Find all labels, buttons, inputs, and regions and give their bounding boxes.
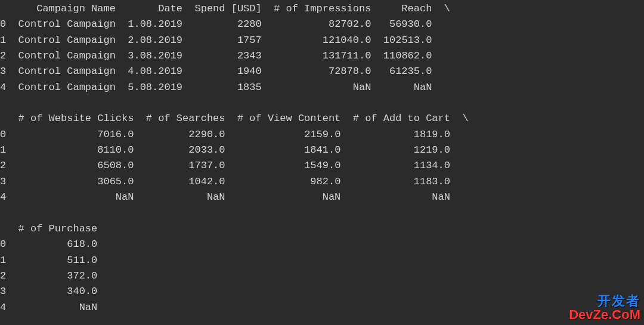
cell-idx: 4 (0, 191, 6, 203)
watermark-logo: 开发者 DevZe.CoM (569, 294, 640, 321)
cell-impressions: 121040.0 (323, 35, 371, 46)
col-impressions: # of Impressions (274, 3, 371, 14)
cell-viewcontent: 1549.0 (304, 160, 340, 171)
cell-addtocart: 1134.0 (414, 160, 450, 171)
cell-idx: 2 (0, 50, 6, 61)
col-add-to-cart: # of Add to Cart (353, 113, 450, 124)
cell-reach: 102513.0 (383, 35, 432, 46)
cell-addtocart: 1183.0 (414, 176, 450, 187)
cell-campaign: Control Campaign (18, 50, 116, 61)
cell-date: 3.08.2019 (128, 50, 182, 61)
col-continuation: \ (462, 113, 468, 124)
cell-campaign: Control Campaign (18, 35, 116, 46)
block1-row-0: 0 Control Campaign 1.08.2019 2280 82702.… (0, 18, 450, 30)
cell-impressions: NaN (353, 82, 371, 93)
cell-viewcontent: 982.0 (310, 176, 340, 187)
block3-header-row: # of Purchase (0, 223, 110, 234)
col-spend: Spend [USD] (194, 3, 261, 14)
cell-idx: 3 (0, 286, 6, 297)
watermark-bottom-span: DevZe.CoM (569, 307, 640, 322)
cell-addtocart: NaN (432, 191, 450, 203)
cell-viewcontent: NaN (323, 191, 341, 203)
col-view-content: # of View Content (237, 113, 340, 124)
cell-idx: 3 (0, 176, 6, 187)
block3-row-4: 4 NaN (0, 302, 110, 313)
cell-viewcontent: 2159.0 (304, 129, 340, 140)
cell-campaign: Control Campaign (18, 18, 116, 30)
cell-clicks: 8110.0 (97, 144, 134, 156)
cell-reach: NaN (414, 82, 432, 93)
block3-row-0: 0 618.0 (0, 239, 110, 250)
cell-spend: 2280 (237, 18, 262, 30)
watermark-bottom-text: DevZe.CoM (569, 308, 640, 321)
block1-row-3: 3 Control Campaign 4.08.2019 1940 72878.… (0, 66, 450, 77)
block2-row-4: 4 NaN NaN NaN NaN (0, 191, 469, 203)
cell-idx: 1 (0, 144, 6, 156)
col-purchase: # of Purchase (18, 223, 98, 234)
col-website-clicks: # of Website Clicks (18, 113, 134, 124)
cell-idx: 1 (0, 255, 6, 266)
block3-row-1: 1 511.0 (0, 255, 110, 266)
block2-header-row: # of Website Clicks # of Searches # of V… (0, 113, 469, 124)
cell-date: 5.08.2019 (128, 82, 182, 93)
block3-row-3: 3 340.0 (0, 286, 110, 297)
block3-row-2: 2 372.0 (0, 270, 110, 281)
cell-searches: 1737.0 (188, 160, 225, 171)
cell-searches: 2290.0 (188, 129, 225, 140)
cell-purchase: NaN (79, 302, 98, 313)
block1-header-row: Campaign Name Date Spend [USD] # of Impr… (0, 3, 450, 14)
block2-row-3: 3 3065.0 1042.0 982.0 1183.0 (0, 176, 469, 187)
col-continuation: \ (444, 3, 450, 14)
cell-campaign: Control Campaign (18, 66, 116, 77)
cell-clicks: 3065.0 (97, 176, 134, 187)
cell-purchase: 511.0 (67, 255, 97, 266)
cell-addtocart: 1819.0 (414, 129, 450, 140)
cell-clicks: 7016.0 (97, 129, 134, 140)
cell-impressions: 82702.0 (329, 18, 371, 30)
col-campaign-name: Campaign Name (36, 3, 116, 14)
col-reach: Reach (401, 3, 432, 14)
cell-searches: 2033.0 (188, 144, 225, 156)
cell-reach: 56930.0 (389, 18, 432, 30)
block1-row-4: 4 Control Campaign 5.08.2019 1835 NaN Na… (0, 82, 450, 93)
cell-idx: 0 (0, 18, 6, 30)
cell-purchase: 372.0 (67, 270, 97, 281)
cell-date: 1.08.2019 (128, 18, 182, 30)
cell-purchase: 618.0 (67, 239, 97, 250)
block1-row-1: 1 Control Campaign 2.08.2019 1757 121040… (0, 35, 450, 46)
block1-row-2: 2 Control Campaign 3.08.2019 2343 131711… (0, 50, 450, 61)
cell-spend: 1940 (237, 66, 262, 77)
col-idx (0, 3, 12, 14)
cell-searches: NaN (207, 191, 225, 203)
cell-reach: 110862.0 (383, 50, 432, 61)
cell-spend: 1757 (237, 35, 262, 46)
cell-idx: 0 (0, 239, 6, 250)
cell-viewcontent: 1841.0 (304, 144, 340, 156)
col-date: Date (158, 3, 182, 14)
cell-spend: 1835 (237, 82, 262, 93)
cell-impressions: 131711.0 (323, 50, 371, 61)
col-searches: # of Searches (146, 113, 225, 124)
cell-idx: 4 (0, 302, 6, 313)
cell-idx: 4 (0, 82, 6, 93)
cell-clicks: NaN (116, 191, 134, 203)
block2-row-2: 2 6508.0 1737.0 1549.0 1134.0 (0, 160, 469, 171)
col-idx (0, 113, 12, 124)
cell-addtocart: 1219.0 (414, 144, 450, 156)
col-idx (0, 223, 12, 234)
cell-impressions: 72878.0 (329, 66, 371, 77)
block2-row-0: 0 7016.0 2290.0 2159.0 1819.0 (0, 129, 469, 140)
cell-idx: 2 (0, 270, 6, 281)
cell-searches: 1042.0 (188, 176, 225, 187)
dataframe-output: Campaign Name Date Spend [USD] # of Impr… (0, 0, 644, 315)
cell-date: 4.08.2019 (128, 66, 182, 77)
cell-clicks: 6508.0 (97, 160, 134, 171)
cell-date: 2.08.2019 (128, 35, 182, 46)
block2-row-1: 1 8110.0 2033.0 1841.0 1219.0 (0, 144, 469, 156)
cell-idx: 3 (0, 66, 6, 77)
cell-idx: 0 (0, 129, 6, 140)
watermark-top-text: 开发者 (569, 294, 640, 308)
cell-idx: 2 (0, 160, 6, 171)
cell-reach: 61235.0 (389, 66, 432, 77)
cell-spend: 2343 (237, 50, 262, 61)
